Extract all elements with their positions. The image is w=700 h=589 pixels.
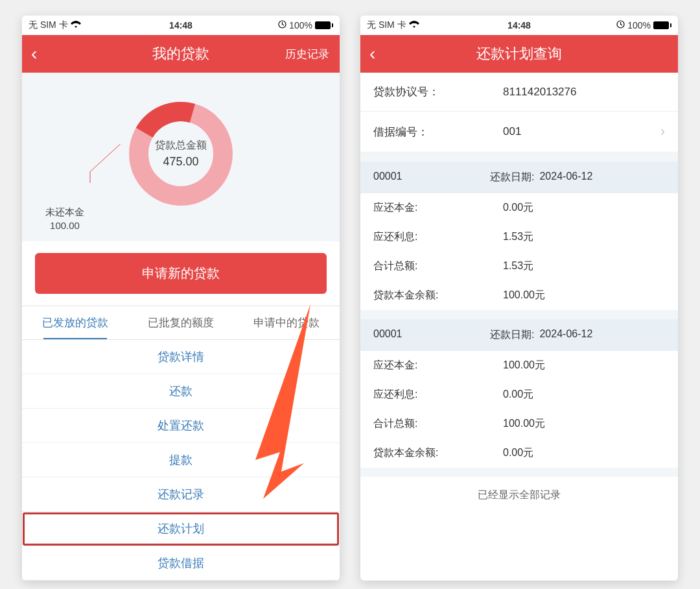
plan-date-label: 还款日期: — [490, 171, 534, 184]
legend-leader-line — [61, 144, 132, 183]
field-label: 合计总额: — [373, 417, 490, 431]
field-label: 贷款本金余额: — [373, 289, 490, 302]
plan-date-value: 2024-06-12 — [539, 328, 592, 342]
plan-block-2: 00001 还款日期: 2024-06-12 应还本金: 100.00元 应还利… — [360, 319, 678, 468]
field-value: 100.00元 — [490, 359, 665, 372]
status-time: 14:48 — [169, 20, 192, 30]
clock-icon — [616, 20, 625, 30]
nav-bar: ‹ 还款计划查询 — [360, 35, 678, 73]
status-bar: 无 SIM 卡 14:48 100% — [360, 16, 678, 35]
phone-screen-1: 无 SIM 卡 14:48 100% ‹ 我的贷款 历史记录 — [22, 16, 340, 581]
history-link[interactable]: 历史记录 — [285, 47, 329, 62]
plan-row-balance: 贷款本金余额: 100.00元 — [360, 281, 678, 310]
menu-loan-details[interactable]: 贷款详情 — [22, 340, 340, 374]
plan-row-principal: 应还本金: 0.00元 — [360, 193, 678, 222]
field-label: 贷款本金余额: — [373, 446, 490, 460]
tab-approved-credits[interactable]: 已批复的额度 — [128, 306, 233, 339]
legend-title: 未还本金 — [45, 206, 84, 219]
apply-new-loan-button[interactable]: 申请新的贷款 — [35, 253, 327, 294]
legend-text: 未还本金 100.00 — [45, 206, 84, 231]
battery-icon — [315, 21, 333, 29]
receipt-value: 001 — [490, 125, 660, 138]
receipt-row[interactable]: 借据编号： 001 › — [360, 112, 678, 152]
field-value: 100.00元 — [490, 417, 665, 431]
field-label: 合计总额: — [373, 259, 490, 273]
plan-header: 00001 还款日期: 2024-06-12 — [360, 162, 678, 193]
footer-end-message: 已经显示全部记录 — [360, 477, 678, 514]
battery-percent: 100% — [289, 20, 312, 30]
loan-tabs: 已发放的贷款 已批复的额度 申请中的贷款 — [22, 306, 340, 340]
plan-row-total: 合计总额: 100.00元 — [360, 409, 678, 439]
field-value: 0.00元 — [490, 388, 665, 402]
battery-percent: 100% — [627, 20, 651, 30]
plan-row-balance: 贷款本金余额: 0.00元 — [360, 439, 678, 468]
legend-amount: 100.00 — [45, 220, 84, 231]
donut-amount: 475.00 — [163, 155, 198, 169]
plan-header: 00001 还款日期: 2024-06-12 — [360, 319, 678, 351]
page-title: 我的贷款 — [152, 44, 209, 64]
menu-repay-records[interactable]: 还款记录 — [22, 477, 340, 512]
plan-row-principal: 应还本金: 100.00元 — [360, 351, 678, 380]
agreement-label: 贷款协议号： — [373, 84, 490, 99]
field-label: 应还本金: — [373, 201, 490, 215]
plan-seq: 00001 — [373, 328, 490, 342]
menu-withdraw[interactable]: 提款 — [22, 443, 340, 477]
sim-status: 无 SIM 卡 — [29, 19, 68, 31]
plan-seq: 00001 — [373, 171, 490, 184]
tab-applying-loans[interactable]: 申请中的贷款 — [234, 306, 340, 339]
field-label: 应还利息: — [373, 388, 490, 402]
plan-block-1: 00001 还款日期: 2024-06-12 应还本金: 0.00元 应还利息:… — [360, 162, 678, 310]
tab-issued-loans[interactable]: 已发放的贷款 — [22, 306, 128, 339]
field-value: 0.00元 — [490, 201, 665, 215]
phone-screen-2: 无 SIM 卡 14:48 100% ‹ 还款计划查询 贷款协议号： 81114… — [360, 16, 678, 581]
status-time: 14:48 — [508, 20, 531, 30]
agreement-value: 811142013276 — [490, 86, 665, 99]
battery-icon — [653, 21, 671, 29]
back-button[interactable]: ‹ — [369, 43, 375, 64]
page-title: 还款计划查询 — [476, 44, 562, 64]
field-label: 应还利息: — [373, 230, 490, 244]
plan-date-value: 2024-06-12 — [539, 171, 592, 184]
loan-chart-area: 贷款总金额 475.00 未还本金 100.00 — [22, 73, 340, 241]
wifi-icon — [409, 20, 419, 30]
back-button[interactable]: ‹ — [31, 43, 37, 64]
plan-date-label: 还款日期: — [490, 328, 534, 342]
loan-action-menu: 贷款详情 还款 处置还款 提款 还款记录 还款计划 贷款借据 — [22, 340, 340, 581]
sim-status: 无 SIM 卡 — [367, 19, 406, 31]
plan-row-total: 合计总额: 1.53元 — [360, 252, 678, 281]
field-value: 0.00元 — [490, 446, 665, 460]
agreement-row: 贷款协议号： 811142013276 — [360, 73, 678, 112]
status-bar: 无 SIM 卡 14:48 100% — [22, 16, 340, 35]
field-value: 1.53元 — [490, 230, 665, 244]
menu-loan-receipt[interactable]: 贷款借据 — [22, 546, 340, 581]
field-label: 应还本金: — [373, 359, 490, 372]
plan-row-interest: 应还利息: 0.00元 — [360, 380, 678, 409]
field-value: 100.00元 — [490, 289, 665, 302]
menu-dispose-repay[interactable]: 处置还款 — [22, 409, 340, 443]
menu-repay[interactable]: 还款 — [22, 374, 340, 409]
plan-row-interest: 应还利息: 1.53元 — [360, 222, 678, 252]
donut-label: 贷款总金额 — [155, 139, 207, 152]
donut-chart: 贷款总金额 475.00 — [126, 99, 236, 209]
receipt-label: 借据编号： — [373, 125, 490, 139]
menu-repay-plan[interactable]: 还款计划 — [22, 512, 340, 546]
wifi-icon — [71, 20, 81, 30]
chevron-right-icon: › — [660, 123, 665, 140]
clock-icon — [278, 20, 286, 30]
nav-bar: ‹ 我的贷款 历史记录 — [22, 35, 340, 73]
field-value: 1.53元 — [490, 259, 665, 273]
